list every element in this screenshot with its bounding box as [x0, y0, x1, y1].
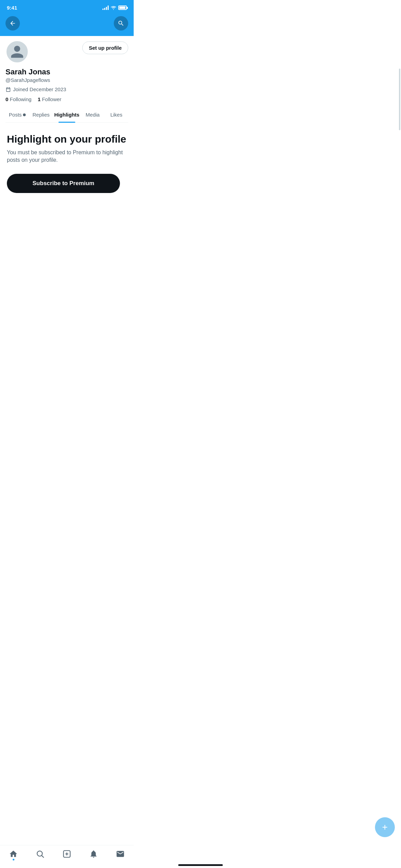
time: 9:41: [7, 5, 17, 11]
joined-date: Joined December 2023: [13, 86, 66, 92]
posts-badge: [23, 113, 26, 116]
follower-stat[interactable]: 1 Follower: [38, 96, 61, 102]
profile-top: Set up profile: [5, 40, 128, 63]
tab-replies[interactable]: Replies: [29, 107, 53, 122]
highlight-title: Highlight on your profile: [7, 133, 127, 145]
tab-media[interactable]: Media: [81, 107, 105, 122]
tab-highlights[interactable]: Highlights: [53, 107, 81, 122]
profile-section: Set up profile Sarah Jonas @SarahJpagefl…: [0, 36, 134, 123]
calendar-icon: [5, 87, 11, 92]
search-button[interactable]: [114, 16, 128, 31]
avatar-icon: [10, 44, 25, 59]
profile-handle: @SarahJpageflows: [5, 77, 128, 83]
status-icons: [102, 5, 127, 10]
status-bar: 9:41: [0, 0, 134, 13]
profile-name: Sarah Jonas: [5, 68, 128, 76]
profile-meta: Joined December 2023: [5, 86, 128, 92]
header-nav: [0, 13, 134, 36]
wifi-icon: [111, 6, 116, 10]
battery-icon: [118, 5, 127, 10]
subscribe-premium-button[interactable]: Subscribe to Premium: [7, 174, 120, 193]
highlight-description: You must be subscribed to Premium to hig…: [7, 149, 127, 164]
tab-likes[interactable]: Likes: [105, 107, 128, 122]
profile-stats: 0 Following 1 Follower: [5, 96, 128, 102]
profile-tabs: Posts Replies Highlights Media Likes: [5, 107, 128, 123]
back-button[interactable]: [5, 16, 20, 31]
signal-icon: [102, 5, 109, 10]
tab-posts[interactable]: Posts: [5, 107, 29, 122]
avatar: [5, 40, 29, 63]
back-arrow-icon: [9, 20, 16, 27]
setup-profile-button[interactable]: Set up profile: [82, 41, 128, 54]
highlight-content: Highlight on your profile You must be su…: [0, 123, 134, 200]
following-stat[interactable]: 0 Following: [5, 96, 32, 102]
search-icon: [118, 20, 124, 27]
